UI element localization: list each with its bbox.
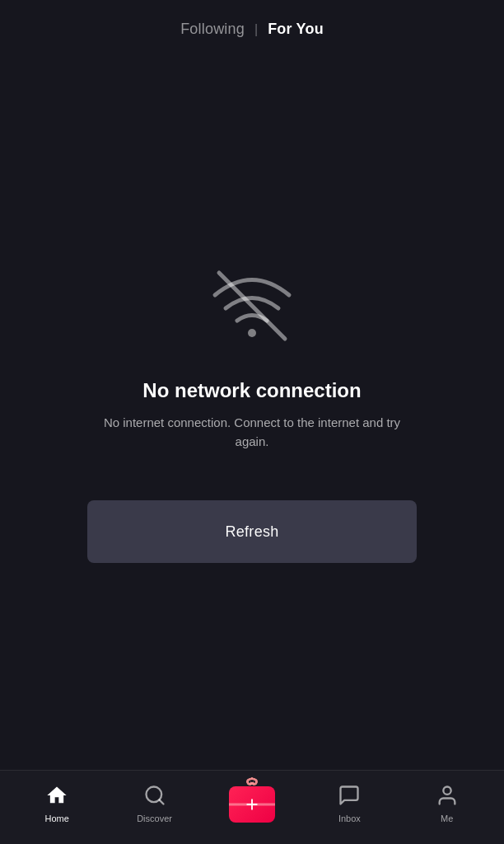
- svg-point-4: [443, 786, 450, 794]
- error-subtitle: No internet connection. Connect to the i…: [96, 414, 408, 451]
- nav-item-discover[interactable]: Discover: [130, 784, 180, 823]
- nav-item-home[interactable]: Home: [32, 784, 82, 823]
- nav-item-me[interactable]: Me: [422, 784, 472, 823]
- tab-for-you[interactable]: For You: [268, 21, 324, 38]
- me-icon: [436, 784, 459, 810]
- svg-line-3: [159, 799, 163, 804]
- nav-label-home: Home: [45, 814, 69, 823]
- svg-point-0: [248, 329, 256, 337]
- bottom-navigation: Home Discover: [0, 770, 504, 844]
- nav-label-discover: Discover: [137, 814, 172, 823]
- tab-following[interactable]: Following: [180, 21, 245, 38]
- refresh-button[interactable]: Refresh: [87, 500, 417, 563]
- nav-label-me: Me: [441, 814, 453, 823]
- discover-icon: [143, 784, 166, 810]
- home-icon: [45, 784, 68, 810]
- inbox-icon: [338, 784, 361, 810]
- nav-label-inbox: Inbox: [338, 814, 361, 823]
- main-content: No network connection No internet connec…: [0, 54, 504, 770]
- nav-item-plus[interactable]: [227, 781, 277, 826]
- nav-divider: |: [254, 22, 258, 37]
- top-navigation: Following | For You: [0, 0, 504, 54]
- error-title: No network connection: [142, 379, 361, 402]
- no-wifi-icon: [203, 260, 301, 346]
- nav-item-inbox[interactable]: Inbox: [324, 784, 374, 823]
